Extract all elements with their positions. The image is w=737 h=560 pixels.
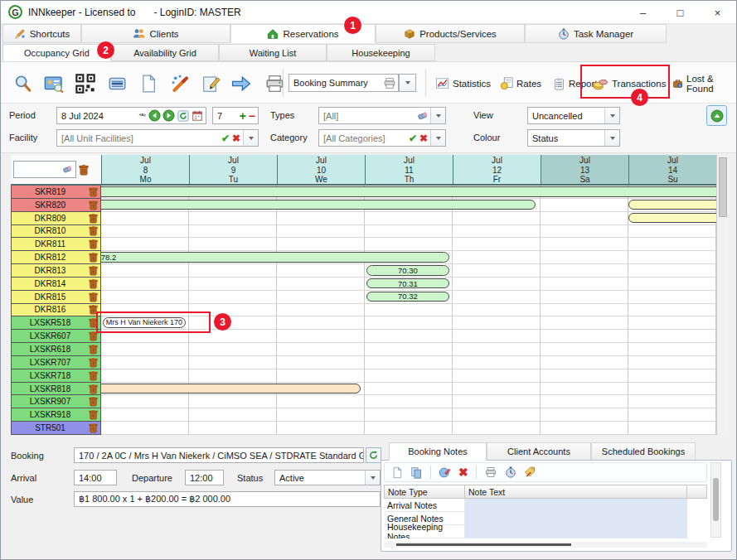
category-field[interactable]: [All Categories] ✔ ✖ [318,129,446,147]
delete-room-icon[interactable] [89,409,98,420]
chevron-down-icon[interactable] [604,108,619,123]
period-field[interactable]: 8 Jul 2024 ᴬᴮᶜ [56,107,206,124]
search-button[interactable] [7,69,37,99]
prev-day-icon[interactable] [148,109,161,122]
tab-shortcuts[interactable]: Shortcuts [2,24,81,43]
tab-client-accounts[interactable]: Client Accounts [487,442,591,461]
note-text-cell[interactable] [465,512,687,525]
tab-waiting-list[interactable]: Waiting List [219,44,327,61]
delete-room-icon[interactable] [89,200,98,210]
booking-bar[interactable]: 78.2 [101,252,449,263]
delete-room-icon[interactable] [89,252,98,263]
types-field[interactable]: [All] [318,107,446,124]
delete-room-icon[interactable] [89,213,98,224]
room-label[interactable]: LXSKR718 [11,369,101,383]
scrollbar-thumb[interactable] [713,478,719,521]
clear-all-x-icon[interactable]: ✖ [232,133,240,144]
grid-vertical-scrollbar[interactable] [716,155,729,435]
scanner-button[interactable] [102,69,132,99]
room-label[interactable]: DKR812 [11,251,101,264]
booking-bar[interactable]: 70.30 [366,265,449,276]
room-label[interactable]: DKR810 [11,225,101,239]
booking-bar[interactable]: 70.32 [366,292,449,302]
tab-scheduled-bookings[interactable]: Scheduled Bookings [591,442,696,461]
room-label[interactable]: DKR809 [11,212,101,225]
tab-products-services[interactable]: Products/Services [376,24,525,43]
print-note-icon[interactable] [484,466,497,478]
status-select[interactable]: Active [274,470,381,485]
select-all-check-icon[interactable]: ✔ [409,133,417,144]
room-label[interactable]: LXSKR618 [11,343,101,356]
delete-room-icon[interactable] [89,396,98,407]
print-button[interactable] [259,69,289,99]
note-text-cell[interactable] [465,525,687,538]
next-day-icon[interactable] [162,109,175,122]
room-label[interactable]: LXSKR607 [11,330,101,343]
chevron-down-icon[interactable] [243,130,258,146]
copy-note-icon[interactable] [410,466,423,479]
delete-room-icon[interactable] [89,186,98,197]
note-tag-icon[interactable] [524,466,536,478]
scrollbar-thumb[interactable] [396,543,571,546]
rates-button[interactable]: Rates [497,74,545,94]
tab-housekeeping[interactable]: Housekeeping [327,44,435,61]
delete-room-icon[interactable] [89,370,98,381]
chevron-down-icon[interactable] [604,130,619,146]
facility-field[interactable]: [All Unit Facilities] ✔ ✖ [56,129,259,147]
note-text-column-header[interactable]: Note Text [465,485,687,499]
select-all-check-icon[interactable]: ✔ [221,133,230,144]
report-selector[interactable]: Booking Summary [288,74,399,92]
room-label[interactable]: SKR819 [11,186,101,199]
room-label[interactable]: LXSKR518 [11,316,101,330]
booking-bar[interactable]: 70.31 [366,278,449,289]
note-type-cell[interactable]: Housekeeping Notes [384,525,465,538]
booking-summary-field[interactable]: 170 / 2A 0C / Mrs H Van Niekerk / CiMSO … [74,447,364,463]
chevron-down-icon[interactable] [365,471,380,485]
eraser-icon[interactable] [417,111,429,121]
client-lookup-button[interactable] [39,69,69,99]
minimize-button[interactable]: – [624,1,662,24]
room-label[interactable]: DKR811 [11,238,101,251]
room-label[interactable]: DKR816 [11,304,101,317]
tab-clients[interactable]: Clients [81,24,230,43]
refresh-booking-button[interactable] [366,447,381,463]
delete-note-icon[interactable]: ✖ [458,466,468,478]
clear-all-x-icon[interactable]: ✖ [419,133,428,144]
view-select[interactable]: Uncancelled [527,107,620,124]
notes-vertical-scrollbar[interactable] [710,462,721,538]
note-row[interactable]: Arrival Notes [384,499,707,512]
wizard-button[interactable] [165,69,195,99]
collapse-filters-button[interactable] [706,105,727,126]
tab-occupancy-grid[interactable]: Occupancy Grid [2,44,111,61]
room-label[interactable]: DKR813 [11,264,101,278]
scrollbar-thumb[interactable] [719,157,727,217]
note-text-cell[interactable] [465,499,687,512]
room-label[interactable]: LXSKR707 [11,356,101,369]
booking-value-field[interactable]: ฿1 800.00 x 1 + ฿200.00 = ฿2 000.00 [74,491,381,507]
statistics-button[interactable]: Statistics [432,74,494,94]
chevron-down-icon[interactable] [430,108,445,123]
note-time-icon[interactable] [505,466,516,478]
booking-bar[interactable] [628,213,716,224]
days-count-field[interactable]: 7 + − [212,107,259,124]
note-type-column-header[interactable]: Note Type [384,485,465,499]
room-label[interactable]: STR501 [11,422,101,435]
delete-room-icon[interactable] [89,357,98,368]
room-filter-input[interactable] [13,161,76,178]
edit-note-icon[interactable] [439,466,451,479]
spell-abc-icon[interactable]: ᴬᴮᶜ [138,113,146,118]
add-day-icon[interactable]: + [240,112,246,120]
delete-room-icon[interactable] [89,239,98,249]
tab-availability-grid[interactable]: Availability Grid [111,44,219,61]
remove-day-icon[interactable]: − [249,112,255,120]
delete-room-icon[interactable] [89,265,98,276]
room-label[interactable]: LXSKR818 [11,383,101,396]
delete-room-icon[interactable] [89,344,98,355]
delete-room-icon[interactable] [89,422,98,433]
booking-bar[interactable] [101,200,536,210]
eraser-icon[interactable] [62,165,73,174]
delete-room-icon[interactable] [89,278,98,289]
booking-bar[interactable] [628,200,716,210]
delete-room-icon[interactable] [89,225,98,236]
room-label[interactable]: DKR815 [11,291,101,304]
